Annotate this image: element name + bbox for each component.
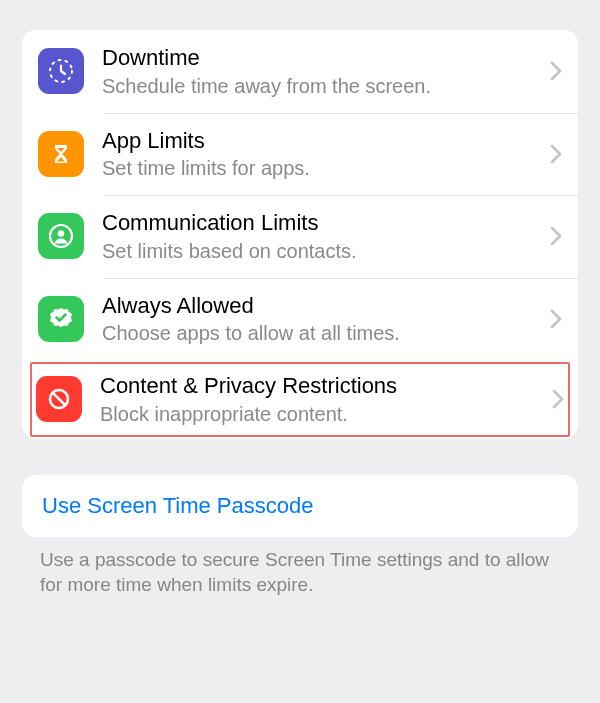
no-symbol-icon (36, 376, 82, 422)
chevron-right-icon (550, 309, 562, 329)
chevron-right-icon (550, 226, 562, 246)
row-subtitle: Set time limits for apps. (102, 155, 542, 181)
row-text: Always Allowed Choose apps to allow at a… (102, 292, 542, 347)
chevron-right-icon (550, 61, 562, 81)
row-text: Communication Limits Set limits based on… (102, 209, 542, 264)
passcode-footer-text: Use a passcode to secure Screen Time set… (40, 547, 560, 598)
row-communication-limits[interactable]: Communication Limits Set limits based on… (22, 195, 578, 278)
passcode-group: Use Screen Time Passcode (22, 475, 578, 537)
chevron-right-icon (550, 144, 562, 164)
contact-icon (38, 213, 84, 259)
row-title: Downtime (102, 44, 542, 72)
row-downtime[interactable]: Downtime Schedule time away from the scr… (22, 30, 578, 113)
hourglass-icon (38, 131, 84, 177)
row-content-privacy-restrictions[interactable]: Content & Privacy Restrictions Block ina… (22, 360, 578, 439)
downtime-icon (38, 48, 84, 94)
row-subtitle: Set limits based on contacts. (102, 238, 542, 264)
row-title: Always Allowed (102, 292, 542, 320)
row-subtitle: Choose apps to allow at all times. (102, 320, 542, 346)
chevron-right-icon (552, 389, 564, 409)
svg-line-4 (53, 393, 65, 405)
row-subtitle: Schedule time away from the screen. (102, 73, 542, 99)
row-subtitle: Block inappropriate content. (100, 401, 544, 427)
row-title: Communication Limits (102, 209, 542, 237)
row-app-limits[interactable]: App Limits Set time limits for apps. (22, 113, 578, 196)
checkmark-seal-icon (38, 296, 84, 342)
row-title: Content & Privacy Restrictions (100, 372, 544, 400)
use-passcode-button[interactable]: Use Screen Time Passcode (42, 493, 558, 519)
svg-point-2 (58, 230, 65, 237)
row-always-allowed[interactable]: Always Allowed Choose apps to allow at a… (22, 278, 578, 361)
row-text: Content & Privacy Restrictions Block ina… (100, 372, 544, 427)
row-text: App Limits Set time limits for apps. (102, 127, 542, 182)
row-title: App Limits (102, 127, 542, 155)
screen-time-settings-group: Downtime Schedule time away from the scr… (22, 30, 578, 439)
row-text: Downtime Schedule time away from the scr… (102, 44, 542, 99)
